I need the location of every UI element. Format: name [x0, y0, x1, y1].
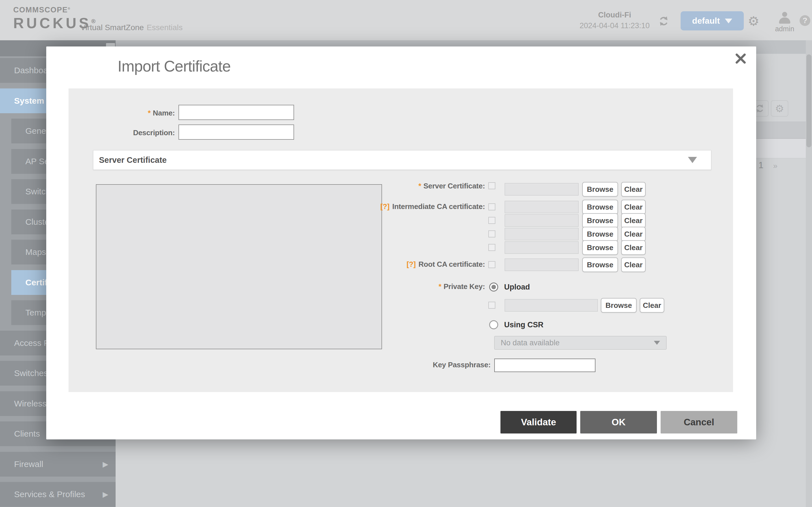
cluster-name: Cloudi-Fi: [587, 11, 643, 19]
server-certificate-checkbox[interactable]: [488, 182, 495, 189]
chevron-down-icon: [688, 157, 697, 163]
intermediate-ca-1-clear-button[interactable]: Clear: [621, 200, 646, 214]
domain-selector-button[interactable]: default: [680, 11, 744, 31]
csr-select[interactable]: No data available: [494, 336, 666, 349]
pagination-next[interactable]: »: [773, 161, 777, 170]
private-key-file-checkbox[interactable]: [488, 302, 495, 309]
root-ca-label: [?]Root CA certificate:: [259, 260, 485, 269]
close-icon[interactable]: [734, 52, 747, 65]
private-key-file-field: [505, 299, 598, 312]
refresh-icon[interactable]: [658, 15, 669, 27]
intermediate-ca-4-checkbox[interactable]: [488, 244, 495, 251]
private-key-browse-button[interactable]: Browse: [601, 298, 637, 313]
intermediate-ca-1-checkbox[interactable]: [488, 203, 495, 210]
server-certificate-file-field: [505, 183, 578, 195]
user-name: admin: [772, 25, 797, 33]
key-passphrase-label: Key Passphrase:: [265, 360, 491, 369]
registered-mark: ®: [68, 7, 70, 10]
server-certificate-browse-button[interactable]: Browse: [582, 182, 618, 196]
sidebar-item-firewall[interactable]: Firewall▶: [0, 452, 116, 476]
commscope-logo: COMMSCOPE®: [13, 6, 70, 14]
scrollbar-track[interactable]: [806, 40, 812, 507]
top-bar: COMMSCOPE® RUCKUS® Virtual SmartZoneEsse…: [0, 0, 812, 40]
sidebar-item-services-profiles[interactable]: Services & Profiles▶: [0, 482, 116, 507]
name-label: *Name:: [68, 109, 175, 117]
admin-user-menu[interactable]: admin: [772, 12, 797, 33]
intermediate-ca-2-checkbox[interactable]: [488, 217, 495, 224]
scrollbar-thumb[interactable]: [806, 54, 811, 147]
root-ca-browse-button[interactable]: Browse: [582, 258, 618, 272]
intermediate-ca-4-browse-button[interactable]: Browse: [582, 240, 618, 255]
intermediate-ca-2-file-field: [505, 214, 578, 227]
section-title: Server Certificate: [99, 156, 167, 165]
settings-gear-icon[interactable]: ⚙: [748, 13, 759, 29]
chevron-down-icon: [654, 341, 660, 345]
intermediate-ca-label: [?]Intermediate CA certificate:: [259, 202, 485, 211]
description-label: Description:: [68, 128, 175, 137]
user-avatar-icon: [779, 17, 790, 24]
chevron-right-icon: ▶: [103, 460, 108, 469]
intermediate-ca-1-browse-button[interactable]: Browse: [582, 200, 618, 214]
intermediate-ca-3-clear-button[interactable]: Clear: [621, 227, 646, 241]
chevron-right-icon: ▶: [103, 490, 108, 499]
private-key-label: *Private Key:: [259, 282, 485, 291]
import-certificate-dialog: Import Certificate *Name: Description: S…: [46, 47, 756, 439]
cancel-button[interactable]: Cancel: [661, 411, 737, 434]
intermediate-ca-3-file-field: [505, 228, 578, 240]
server-certificate-section-header[interactable]: Server Certificate: [93, 150, 711, 170]
intermediate-ca-2-browse-button[interactable]: Browse: [582, 213, 618, 228]
intermediate-ca-4-clear-button[interactable]: Clear: [621, 240, 646, 255]
private-key-clear-button[interactable]: Clear: [640, 298, 664, 313]
intermediate-ca-2-clear-button[interactable]: Clear: [621, 213, 646, 228]
private-key-using-csr-radio[interactable]: [489, 320, 498, 329]
gear-icon: ⚙: [775, 103, 784, 114]
name-input[interactable]: [179, 105, 294, 120]
intermediate-ca-3-browse-button[interactable]: Browse: [582, 227, 618, 241]
root-ca-clear-button[interactable]: Clear: [621, 258, 646, 272]
intermediate-ca-3-checkbox[interactable]: [488, 230, 495, 237]
radio-dot: [492, 285, 496, 289]
dialog-title: Import Certificate: [117, 57, 231, 75]
csr-select-value: No data available: [501, 339, 560, 347]
validate-button[interactable]: Validate: [500, 411, 576, 434]
private-key-upload-radio[interactable]: [489, 283, 498, 291]
root-ca-file-field: [505, 259, 578, 271]
upload-option-label: Upload: [504, 283, 530, 291]
system-datetime: 2024-04-04 11:23:10: [575, 21, 654, 30]
bg-gear-button[interactable]: ⚙: [771, 100, 788, 117]
dialog-form-panel: *Name: Description: Server Certificate *…: [68, 89, 733, 392]
server-certificate-clear-button[interactable]: Clear: [621, 182, 646, 196]
help-icon[interactable]: ?: [800, 15, 810, 26]
intermediate-ca-4-file-field: [505, 241, 578, 254]
pagination-page-1[interactable]: 1: [758, 160, 763, 170]
root-ca-checkbox[interactable]: [488, 261, 495, 268]
intermediate-ca-1-file-field: [505, 201, 578, 213]
chevron-down-icon: [725, 18, 732, 23]
key-passphrase-input[interactable]: [494, 358, 596, 372]
product-name: Virtual SmartZoneEssentials: [80, 23, 183, 32]
product-edition: Essentials: [147, 23, 183, 32]
server-certificate-label: *Server Certificate:: [259, 182, 485, 190]
description-input[interactable]: [179, 124, 294, 140]
using-csr-option-label: Using CSR: [504, 321, 544, 329]
user-avatar-icon: [782, 12, 787, 17]
ok-button[interactable]: OK: [580, 411, 657, 434]
